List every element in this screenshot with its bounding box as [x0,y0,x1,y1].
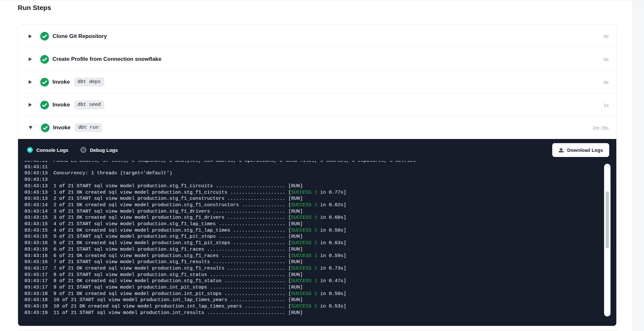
log-line: 03:43:11 Found 21 models, 17 tests, 0 sn… [24,161,616,164]
log-viewport[interactable]: 03:43:11 Found 21 models, 17 tests, 0 sn… [18,161,616,326]
log-line: 03:43:17 8 of 21 START sql view model pr… [24,272,616,278]
log-success-text: SUCCESS 1 [291,291,317,297]
step-command-badge: dbt seed [74,100,104,109]
step-row[interactable]: Invokedbt run2m 26s [18,116,616,139]
log-line: 03:43:14 3 of 21 START sql view model pr… [24,208,616,215]
step-command-badge: dbt run [75,123,102,132]
radio-unselected-icon[interactable] [80,147,86,153]
chevron-right-icon[interactable] [29,80,32,84]
step-duration: 2m 26s [593,125,609,131]
log-line: 03:43:16 7 of 21 START sql view model pr… [24,259,616,265]
steps-list: Clone Git Repository0sCreate Profile fro… [18,25,616,139]
log-line: 03:43:16 6 of 21 START sql view model pr… [24,246,616,253]
success-check-icon [40,32,49,41]
log-type-radio-group: Console LogsDebug Logs [27,147,118,153]
log-line: 03:43:13 [24,177,616,183]
log-line: 03:43:15 3 of 21 OK created sql view mod… [24,215,616,221]
log-success-text: SUCCESS 1 [291,240,317,246]
success-check-icon [41,124,50,132]
log-line: 03:43:17 7 of 21 OK created sql view mod… [24,265,616,272]
log-line: 03:43:13 2 of 21 START sql view model pr… [24,196,616,202]
step-row[interactable]: Invokedbt seed1s [18,93,616,116]
step-label: Invoke [52,102,70,108]
radio-selected-icon[interactable] [27,147,33,153]
log-success-text: SUCCESS 1 [291,202,317,208]
log-success-text: SUCCESS 1 [291,190,317,195]
log-line: 03:43:13 1 of 21 START sql view model pr… [24,183,616,189]
log-success-text: SUCCESS 1 [291,304,317,309]
log-success-text: SUCCESS 1 [291,215,317,220]
log-line: 03:43:15 4 of 21 START sql view model pr… [24,221,616,227]
log-content: 03:43:11 Found 21 models, 17 tests, 0 sn… [24,161,616,316]
log-line: 03:43:19 11 of 21 START sql view model p… [24,310,616,316]
log-line: 03:43:17 8 of 21 OK created sql view mod… [24,278,616,284]
log-line: 03:43:15 4 of 21 OK created sql view mod… [24,227,616,234]
log-line: 03:43:16 6 of 21 OK created sql view mod… [24,253,616,259]
chevron-right-icon[interactable] [29,57,32,61]
run-steps-card: Clone Git Repository0sCreate Profile fro… [18,24,617,326]
log-line: 03:43:17 9 of 21 START sql view model pr… [24,284,616,291]
log-line: 03:43:11 [24,164,616,170]
log-line: 03:43:16 5 of 21 OK created sql view mod… [24,240,616,246]
log-success-text: SUCCESS 1 [291,266,317,271]
success-check-icon [40,78,49,87]
radio-label: Console Logs [36,147,68,153]
log-line: 03:43:18 10 of 21 START sql view model p… [24,297,616,303]
next-section-divider [18,330,617,331]
step-command-badge: dbt deps [74,78,104,87]
step-label: Clone Git Repository [52,33,107,40]
console-panel: Console LogsDebug Logs Download Logs 03:… [18,139,616,326]
console-header: Console LogsDebug Logs Download Logs [18,139,616,161]
download-logs-label: Download Logs [567,147,603,153]
step-label: Invoke [53,124,71,131]
log-line: 03:43:13 Concurrency: 1 threads (target=… [24,170,616,177]
success-check-icon [40,55,49,64]
chevron-right-icon[interactable] [29,103,32,107]
log-line: 03:43:13 1 of 21 OK created sql view mod… [24,189,616,196]
step-row[interactable]: Create Profile from Connection snowflake… [18,48,616,70]
chevron-right-icon[interactable] [29,34,32,38]
radio-debug-logs[interactable]: Debug Logs [80,147,118,153]
success-check-icon [40,101,49,109]
log-scrollbar-thumb[interactable] [606,191,609,248]
log-success-text: SUCCESS 1 [291,253,317,259]
page-title: Run Steps [18,4,51,12]
step-duration: 1s [603,102,609,108]
download-icon [558,147,564,153]
right-panel-gutter [633,0,644,331]
step-duration: 0s [603,57,609,62]
step-row[interactable]: Invokedbt deps0s [18,70,616,93]
chevron-down-icon[interactable] [29,126,33,129]
log-success-text: SUCCESS 1 [291,228,317,233]
download-logs-button[interactable]: Download Logs [552,143,609,157]
step-duration: 0s [603,79,609,85]
step-duration: 0s [603,33,609,39]
radio-console-logs[interactable]: Console Logs [27,147,68,153]
log-scrollbar-track[interactable] [604,164,611,317]
log-line: 03:43:15 5 of 21 START sql view model pr… [24,234,616,240]
log-success-text: SUCCESS 1 [291,278,317,284]
log-line: 03:43:19 10 of 21 OK created sql view mo… [24,303,616,310]
step-label: Invoke [52,79,70,85]
step-label: Create Profile from Connection snowflake [52,56,161,62]
radio-label: Debug Logs [90,147,118,153]
log-line: 03:43:14 2 of 21 OK created sql view mod… [24,202,616,208]
step-row[interactable]: Clone Git Repository0s [18,25,616,48]
log-line: 03:43:18 9 of 21 OK created sql view mod… [24,291,616,297]
